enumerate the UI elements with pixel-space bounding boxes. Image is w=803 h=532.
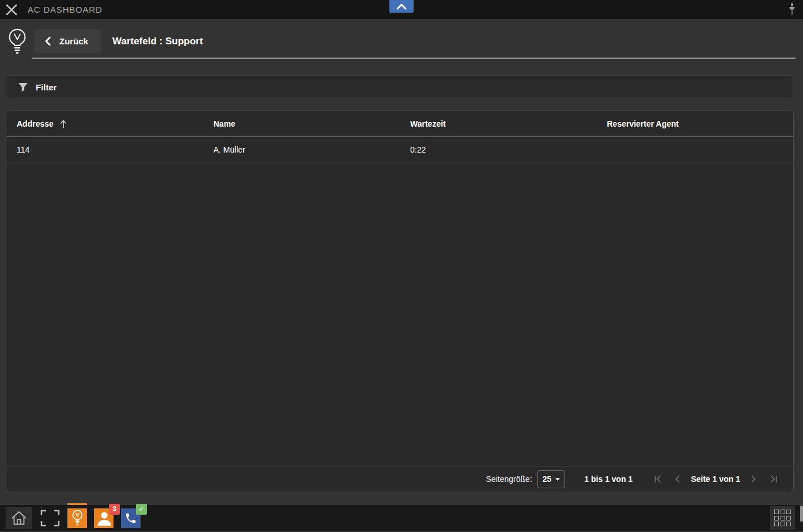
column-label: Wartezeit (410, 119, 446, 128)
column-label: Name (214, 119, 236, 128)
home-button[interactable] (6, 507, 32, 529)
last-page-button[interactable] (768, 473, 779, 485)
page-size-value: 25 (543, 474, 552, 484)
range-text: 1 bis 1 von 1 (584, 474, 632, 484)
collapse-panel-button[interactable] (389, 0, 414, 13)
page-size-label: Seitengröße: (486, 474, 532, 484)
next-page-button[interactable] (748, 473, 759, 485)
contacts-tile[interactable]: 3 (94, 508, 113, 528)
previous-page-icon (673, 475, 681, 483)
table-header-row: Addresse Name Wartezeit Reservierter Age… (6, 111, 793, 137)
column-header-addresse[interactable]: Addresse (6, 119, 203, 128)
column-header-reservierter-agent[interactable]: Reservierter Agent (597, 119, 794, 128)
column-label: Reservierter Agent (607, 119, 679, 128)
column-header-name[interactable]: Name (203, 119, 400, 128)
chevron-up-icon (395, 2, 408, 10)
taskbar: 3 ✓ (0, 505, 803, 532)
back-button[interactable]: Zurück (34, 29, 101, 53)
cell-name: A. Müller (203, 145, 400, 154)
next-page-icon (749, 475, 757, 483)
dashboard-tile-active[interactable] (67, 508, 87, 528)
table-row[interactable]: 114 A. Müller 0:22 (6, 137, 793, 162)
apps-grid-icon (774, 510, 791, 526)
table-empty-space (6, 162, 793, 466)
lightbulb-icon (72, 510, 83, 526)
last-page-icon (770, 475, 778, 483)
header-divider (32, 58, 796, 59)
column-header-wartezeit[interactable]: Wartezeit (400, 119, 597, 128)
column-label: Addresse (17, 119, 54, 128)
phone-status-badge: ✓ (136, 504, 147, 515)
scrollbar-thumb[interactable] (800, 506, 803, 522)
filter-bar[interactable]: Filter (6, 75, 793, 99)
close-icon[interactable] (4, 2, 19, 17)
pagination-bar: Seitengröße: 25 1 bis 1 von 1 Seite 1 vo… (6, 466, 793, 492)
page-indicator: Seite 1 von 1 (691, 474, 740, 484)
queue-table: Addresse Name Wartezeit Reservierter Age… (6, 111, 794, 492)
funnel-icon (18, 82, 28, 92)
chevron-down-icon (555, 478, 560, 481)
phone-icon (124, 512, 137, 525)
first-page-button[interactable] (652, 473, 663, 485)
chevron-left-icon (44, 36, 51, 46)
page-size-select[interactable]: 25 (537, 470, 566, 488)
phone-tile[interactable]: ✓ (121, 508, 141, 528)
app-title: AC DASHBOARD (28, 5, 103, 14)
cell-addresse: 114 (6, 145, 203, 154)
lightbulb-icon (7, 28, 27, 56)
pushpin-glyph (788, 3, 796, 16)
back-button-label: Zurück (59, 36, 88, 46)
page-title: Wartefeld : Support (112, 36, 203, 47)
close-x-glyph (5, 3, 18, 16)
fullscreen-icon (40, 510, 60, 527)
apps-grid-button[interactable] (770, 506, 795, 530)
first-page-icon (653, 475, 662, 483)
contacts-badge: 3 (109, 504, 120, 515)
active-tab-indicator (67, 503, 87, 505)
home-icon (10, 510, 28, 526)
cell-wartezeit: 0:22 (400, 145, 597, 154)
filter-label: Filter (36, 82, 57, 92)
page-header: Zurück Wartefeld : Support (0, 19, 803, 63)
title-bar: AC DASHBOARD (0, 0, 803, 19)
pin-icon[interactable] (788, 3, 796, 16)
sort-ascending-icon (59, 119, 67, 128)
fullscreen-button[interactable] (40, 510, 60, 527)
previous-page-button[interactable] (672, 473, 683, 485)
